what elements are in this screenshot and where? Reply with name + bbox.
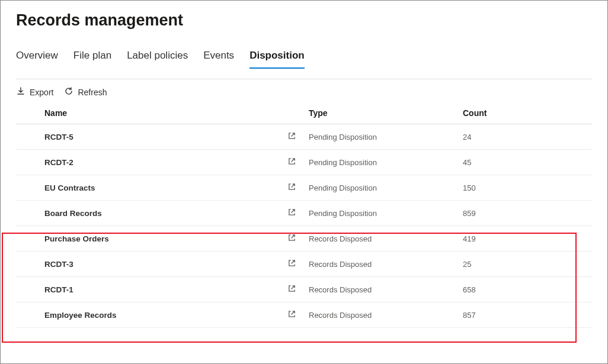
tab-label-policies[interactable]: Label policies — [127, 46, 188, 69]
open-in-new-icon[interactable] — [287, 208, 309, 219]
tab-bar: Overview File plan Label policies Events… — [16, 46, 592, 69]
row-count: 25 — [463, 260, 564, 269]
row-name: Board Records — [44, 209, 287, 218]
table-row[interactable]: RCDT-3 Records Disposed 25 — [16, 252, 592, 277]
row-type: Pending Disposition — [309, 133, 463, 141]
download-icon — [16, 86, 25, 98]
row-type: Pending Disposition — [309, 183, 463, 192]
col-count[interactable]: Count — [463, 108, 564, 118]
row-count: 45 — [463, 158, 564, 167]
row-count: 859 — [463, 209, 564, 218]
col-type[interactable]: Type — [309, 108, 463, 118]
row-type: Records Disposed — [309, 234, 463, 243]
refresh-icon — [64, 86, 73, 98]
table-row[interactable]: EU Contracts Pending Disposition 150 — [16, 175, 592, 201]
table-row[interactable]: RCDT-2 Pending Disposition 45 — [16, 150, 592, 175]
row-count: 857 — [463, 311, 564, 320]
row-name: RCDT-2 — [44, 158, 287, 167]
page-title: Records management — [16, 11, 592, 30]
open-in-new-icon[interactable] — [287, 233, 309, 244]
open-in-new-icon[interactable] — [287, 259, 309, 270]
row-name: EU Contracts — [44, 183, 287, 192]
row-type: Records Disposed — [309, 260, 463, 269]
disposition-table: Name Type Count RCDT-5 Pending Dispositi… — [16, 108, 592, 328]
export-button[interactable]: Export — [16, 86, 53, 98]
export-label: Export — [30, 88, 53, 97]
row-type: Pending Disposition — [309, 209, 463, 218]
table-row[interactable]: Purchase Orders Records Disposed 419 — [16, 226, 592, 252]
row-count: 419 — [463, 234, 564, 243]
row-count: 24 — [463, 133, 564, 141]
table-row[interactable]: Employee Records Records Disposed 857 — [16, 302, 592, 328]
refresh-label: Refresh — [78, 88, 107, 97]
refresh-button[interactable]: Refresh — [64, 86, 107, 98]
open-in-new-icon[interactable] — [287, 284, 309, 295]
open-in-new-icon[interactable] — [287, 131, 309, 143]
row-name: RCDT-5 — [44, 133, 287, 141]
tab-overview[interactable]: Overview — [16, 46, 58, 69]
row-count: 658 — [463, 285, 564, 294]
open-in-new-icon[interactable] — [287, 310, 309, 321]
row-count: 150 — [463, 183, 564, 192]
tab-file-plan[interactable]: File plan — [73, 46, 111, 69]
divider — [16, 79, 592, 79]
table-row[interactable]: RCDT-1 Records Disposed 658 — [16, 277, 592, 302]
row-name: RCDT-1 — [44, 285, 287, 294]
row-name: Purchase Orders — [44, 234, 287, 243]
row-name: RCDT-3 — [44, 260, 287, 269]
tab-disposition[interactable]: Disposition — [249, 46, 305, 69]
table-header: Name Type Count — [16, 108, 592, 124]
table-row[interactable]: RCDT-5 Pending Disposition 24 — [16, 124, 592, 150]
row-type: Records Disposed — [309, 311, 463, 320]
row-name: Employee Records — [44, 311, 287, 320]
open-in-new-icon[interactable] — [287, 157, 309, 168]
row-type: Records Disposed — [309, 285, 463, 294]
col-name[interactable]: Name — [44, 108, 287, 118]
row-type: Pending Disposition — [309, 158, 463, 167]
table-row[interactable]: Board Records Pending Disposition 859 — [16, 201, 592, 226]
tab-events[interactable]: Events — [203, 46, 234, 69]
open-in-new-icon[interactable] — [287, 182, 309, 194]
toolbar: Export Refresh — [16, 85, 592, 98]
